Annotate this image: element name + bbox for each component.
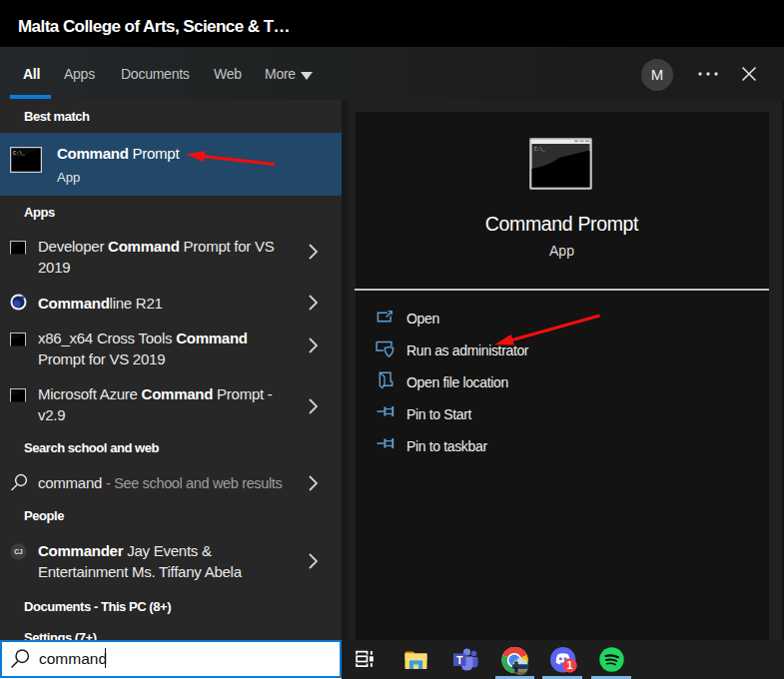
svg-text:CJ: CJ bbox=[14, 548, 23, 555]
svg-text:C:\_: C:\_ bbox=[534, 147, 545, 152]
svg-text:1: 1 bbox=[567, 659, 573, 671]
svg-text:T: T bbox=[456, 654, 463, 666]
svg-text:C:\_: C:\_ bbox=[13, 151, 26, 157]
